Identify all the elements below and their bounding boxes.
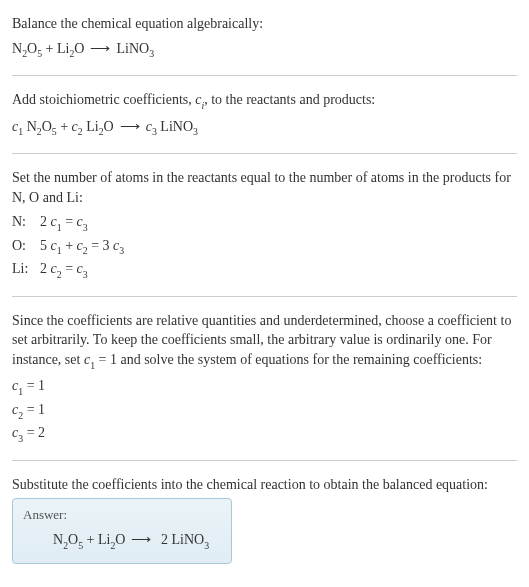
atom-row-li: Li: 2 c2 = c3 (12, 258, 517, 281)
divider (12, 296, 517, 297)
divider (12, 153, 517, 154)
atom-row-o: O: 5 c1 + c2 = 3 c3 (12, 235, 517, 258)
divider (12, 460, 517, 461)
atom-eq-li: 2 c2 = c3 (40, 258, 88, 281)
initial-equation: N2O5 + Li2O⟶LiNO3 (12, 38, 517, 61)
solution-c1: c1 = 1 (12, 375, 517, 398)
stoich-intro: Add stoichiometric coefficients, ci, to … (12, 90, 517, 112)
stoich-equation: c1 N2O5 + c2 Li2O⟶c3 LiNO3 (12, 116, 517, 139)
underdetermined-section: Since the coefficients are relative quan… (12, 305, 517, 452)
atom-eq-o: 5 c1 + c2 = 3 c3 (40, 235, 124, 258)
reactant-li2o: Li2O (57, 41, 84, 56)
atom-row-n: N: 2 c1 = c3 (12, 211, 517, 234)
plus: + (42, 41, 57, 56)
answer-box: Answer: N2O5 + Li2O⟶ 2 LiNO3 (12, 498, 232, 563)
header-title: Balance the chemical equation algebraica… (12, 14, 517, 34)
atom-label-li: Li: (12, 258, 40, 281)
atom-label-o: O: (12, 235, 40, 258)
answer-equation: N2O5 + Li2O⟶ 2 LiNO3 (23, 529, 221, 552)
solution-c2: c2 = 1 (12, 399, 517, 422)
atoms-intro: Set the number of atoms in the reactants… (12, 168, 517, 207)
divider (12, 75, 517, 76)
arrow-icon: ⟶ (84, 41, 116, 56)
atom-eq-n: 2 c1 = c3 (40, 211, 88, 234)
header-section: Balance the chemical equation algebraica… (12, 8, 517, 67)
stoich-section: Add stoichiometric coefficients, ci, to … (12, 84, 517, 145)
substitute-section: Substitute the coefficients into the che… (12, 469, 517, 570)
solution-c3: c3 = 2 (12, 422, 517, 445)
substitute-intro: Substitute the coefficients into the che… (12, 475, 517, 495)
reactant-n2o5: N2O5 (12, 41, 42, 56)
arrow-icon: ⟶ (125, 532, 157, 547)
answer-label: Answer: (23, 507, 221, 523)
atoms-section: Set the number of atoms in the reactants… (12, 162, 517, 288)
underdetermined-text: Since the coefficients are relative quan… (12, 311, 517, 372)
arrow-icon: ⟶ (114, 119, 146, 134)
product-lino3: LiNO3 (116, 41, 154, 56)
atom-label-n: N: (12, 211, 40, 234)
